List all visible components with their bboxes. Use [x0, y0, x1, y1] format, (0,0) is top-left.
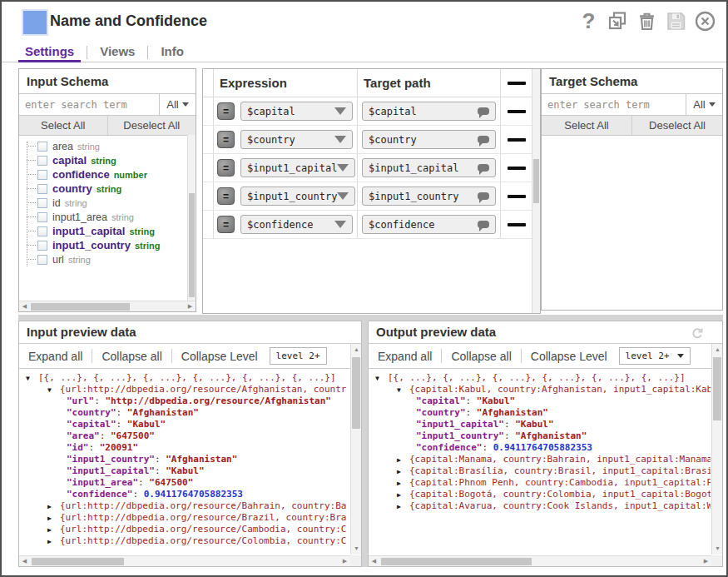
field-checkbox[interactable]: [37, 212, 47, 222]
collapse-toggle-icon[interactable]: ▼: [26, 373, 38, 384]
collapse-all-button[interactable]: Collapse all: [100, 350, 163, 363]
target-path-field[interactable]: $input1_country: [362, 187, 496, 206]
deselect-all-button[interactable]: Deselect All: [632, 116, 722, 135]
collapse-level-button[interactable]: Collapse Level: [529, 350, 609, 363]
expand-all-button[interactable]: Expand all: [27, 350, 84, 363]
target-path-field[interactable]: $capital: [362, 102, 496, 121]
scroll-down-arrow[interactable]: ▼: [712, 544, 723, 554]
field-checkbox[interactable]: [37, 226, 47, 236]
input-schema-search-input[interactable]: [19, 94, 159, 115]
field-checkbox[interactable]: [37, 241, 47, 251]
trash-icon[interactable]: [636, 10, 658, 32]
field-checkbox[interactable]: [37, 142, 47, 152]
scroll-up-arrow[interactable]: ▲: [351, 345, 362, 355]
scrollbar-thumb[interactable]: [381, 558, 532, 565]
expand-toggle-icon[interactable]: ▶: [397, 466, 409, 477]
schema-field-row: input1_country string: [19, 238, 187, 252]
operator-button[interactable]: =: [217, 102, 235, 120]
collapse-toggle-icon[interactable]: ▼: [397, 385, 409, 395]
expand-toggle-icon[interactable]: ▶: [397, 501, 409, 512]
target-path-field[interactable]: $confidence: [362, 215, 496, 234]
expand-toggle-icon[interactable]: ▶: [47, 536, 60, 547]
level-selector[interactable]: level 2+: [619, 347, 691, 365]
scroll-up-arrow[interactable]: ▲: [712, 345, 723, 355]
target-schema-search-input[interactable]: [542, 94, 686, 115]
scroll-right-arrow[interactable]: ▶: [185, 301, 196, 311]
json-field-line: "input1_country": "Afghanistan": [369, 430, 711, 442]
collapse-toggle-icon[interactable]: ▼: [375, 373, 388, 384]
tab-settings[interactable]: Settings: [22, 42, 77, 62]
json-field-line: "capital": "Kabul": [19, 419, 349, 430]
tab-info[interactable]: Info: [158, 42, 186, 62]
remove-row-icon[interactable]: [508, 82, 526, 85]
remove-row-icon[interactable]: [508, 167, 526, 170]
target-schema-filter-dropdown[interactable]: All: [686, 94, 722, 115]
scroll-left-arrow[interactable]: ◀: [19, 301, 30, 311]
scroll-down-arrow[interactable]: ▼: [351, 544, 362, 554]
expression-dropdown[interactable]: $capital: [240, 102, 353, 121]
vertical-splitter[interactable]: [362, 321, 368, 567]
scrollbar-thumb[interactable]: [32, 558, 124, 565]
expression-dropdown[interactable]: $input1_country: [240, 187, 355, 206]
remove-row-icon[interactable]: [508, 110, 526, 113]
json-text: "647500": [111, 430, 155, 441]
field-name: country: [52, 182, 92, 195]
expand-all-button[interactable]: Expand all: [376, 350, 433, 363]
select-all-button[interactable]: Select All: [542, 116, 632, 135]
scrollbar-thumb[interactable]: [352, 357, 360, 429]
field-type: string: [129, 226, 155, 236]
expand-toggle-icon[interactable]: ▶: [397, 455, 409, 465]
field-checkbox[interactable]: [37, 255, 47, 265]
operator-button[interactable]: =: [217, 216, 235, 233]
expand-toggle-icon[interactable]: ▶: [47, 513, 60, 524]
save-icon[interactable]: [665, 10, 687, 32]
scroll-left-arrow[interactable]: ◀: [369, 556, 379, 566]
schema-field-row: country string: [19, 182, 187, 196]
field-checkbox[interactable]: [37, 156, 47, 166]
field-checkbox[interactable]: [37, 170, 47, 180]
output-preview-title: Output preview data: [369, 321, 722, 344]
scroll-left-arrow[interactable]: ◀: [19, 556, 30, 566]
expand-toggle-icon[interactable]: ▶: [47, 501, 60, 512]
collapse-toggle-icon[interactable]: ▼: [47, 385, 60, 395]
json-text: :: [504, 430, 515, 441]
export-run-icon[interactable]: [607, 10, 629, 32]
close-icon[interactable]: [694, 10, 716, 32]
deselect-all-button[interactable]: Deselect All: [108, 116, 196, 135]
horizontal-splitter[interactable]: [18, 315, 723, 321]
expand-toggle-icon[interactable]: ▶: [47, 525, 60, 535]
operator-button[interactable]: =: [217, 187, 235, 205]
scrollbar-thumb[interactable]: [713, 357, 721, 420]
expression-dropdown[interactable]: $confidence: [240, 215, 353, 234]
scrollbar-thumb[interactable]: [533, 159, 539, 203]
tab-views[interactable]: Views: [97, 42, 137, 62]
expression-dropdown[interactable]: $input1_capital: [240, 158, 355, 177]
collapse-level-button[interactable]: Collapse Level: [180, 350, 260, 363]
target-path-field[interactable]: $input1_capital: [362, 158, 496, 177]
expression-value: $input1_capital: [247, 162, 337, 174]
comment-bubble-icon: [478, 192, 489, 200]
help-icon[interactable]: ?: [577, 10, 600, 32]
scroll-right-arrow[interactable]: ▶: [339, 556, 350, 566]
expand-toggle-icon[interactable]: ▶: [397, 490, 409, 500]
scroll-right-arrow[interactable]: ▶: [701, 556, 711, 566]
scrollbar-thumb[interactable]: [189, 193, 195, 297]
remove-row-icon[interactable]: [508, 195, 526, 198]
field-checkbox[interactable]: [37, 184, 47, 194]
target-path-field[interactable]: $country: [362, 130, 496, 149]
chevron-down-icon: [182, 102, 189, 107]
tree-guide: [27, 231, 36, 232]
collapse-all-button[interactable]: Collapse all: [449, 350, 513, 363]
operator-button[interactable]: =: [217, 159, 235, 177]
refresh-icon[interactable]: [691, 326, 704, 347]
field-checkbox[interactable]: [37, 198, 47, 208]
remove-row-icon[interactable]: [508, 138, 526, 142]
expand-toggle-icon[interactable]: ▶: [397, 478, 409, 489]
level-selector[interactable]: level 2+: [270, 347, 327, 365]
expression-dropdown[interactable]: $country: [240, 130, 353, 149]
scrollbar-thumb[interactable]: [31, 303, 130, 311]
remove-row-icon[interactable]: [508, 223, 526, 226]
input-schema-filter-dropdown[interactable]: All: [159, 94, 196, 115]
operator-button[interactable]: =: [217, 131, 235, 148]
select-all-button[interactable]: Select All: [19, 116, 108, 135]
